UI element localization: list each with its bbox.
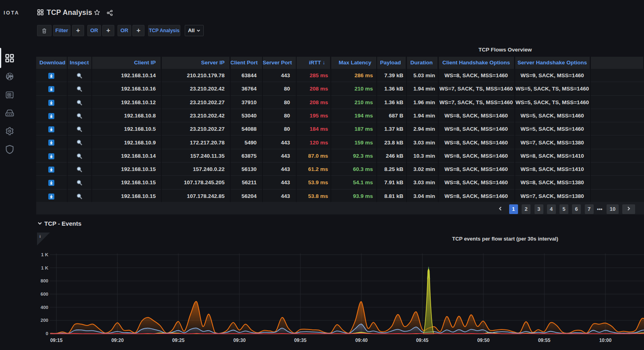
svg-text:09:20: 09:20 xyxy=(111,338,124,343)
svg-text:09:45: 09:45 xyxy=(416,338,429,343)
svg-text:09:55: 09:55 xyxy=(538,338,551,343)
svg-text:09:30: 09:30 xyxy=(233,338,246,343)
svg-text:800: 800 xyxy=(41,278,48,283)
svg-text:1 K: 1 K xyxy=(41,252,49,257)
svg-text:0: 0 xyxy=(46,331,48,336)
svg-text:09:50: 09:50 xyxy=(477,338,490,343)
svg-text:200: 200 xyxy=(41,318,48,323)
svg-text:09:40: 09:40 xyxy=(355,338,368,343)
svg-text:09:25: 09:25 xyxy=(172,338,185,343)
svg-text:400: 400 xyxy=(41,305,48,310)
svg-text:1 K: 1 K xyxy=(41,266,49,270)
svg-text:09:15: 09:15 xyxy=(50,338,63,343)
svg-text:10:00: 10:00 xyxy=(599,338,612,343)
svg-text:09:35: 09:35 xyxy=(294,338,307,343)
svg-text:600: 600 xyxy=(41,292,48,296)
